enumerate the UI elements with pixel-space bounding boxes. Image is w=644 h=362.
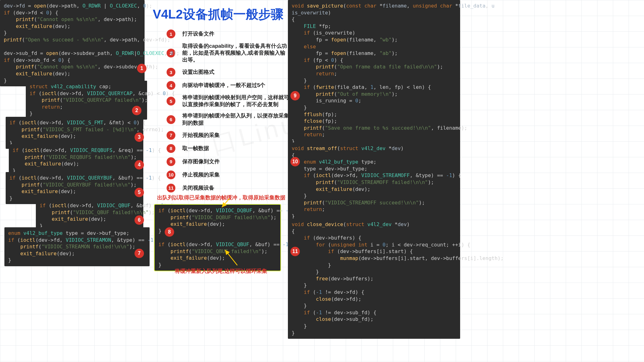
code-badge-8: 8 <box>165 227 174 237</box>
step-1: 1打开设备文件 <box>167 30 289 38</box>
step-num: 10 <box>167 170 175 179</box>
step-text: 取得设备的capability，看看设备具有什么功能，比如是否具有视频输入,或者… <box>182 43 289 63</box>
step-num: 9 <box>167 157 175 166</box>
step-text: 停止视频的采集 <box>182 171 220 178</box>
step-text: 将申请到的帧缓冲映射到用户空间，这样就可以直接操作采集到的帧了，而不必去复制 <box>182 94 289 108</box>
code-badge-11: 11 <box>290 247 300 256</box>
code-querycap: struct v4l2_capability cap; if (ioctl(de… <box>26 81 147 120</box>
step-num: 6 <box>167 115 175 124</box>
code-streamon: enum v4l2_buf_type type = dev->buf_type;… <box>4 227 150 266</box>
step-text: 取一帧数据 <box>182 145 209 152</box>
step-text: 关闭视频设备 <box>182 185 214 192</box>
code-badge-9: 9 <box>290 91 300 100</box>
code-close-device: void close_device(struct v4l2_dev *dev) … <box>288 219 460 339</box>
annotation-dequeue: 出队列以取得已采集数据的帧缓冲，取得原始采集数据 <box>157 194 285 201</box>
step-10: 10停止视频的采集 <box>167 170 289 179</box>
code-badge-4: 4 <box>135 160 144 170</box>
step-num: 8 <box>167 144 175 153</box>
code-dqbuf: if (ioctl(dev->fd, VIDIOC_DQBUF, &buf) =… <box>155 205 280 271</box>
step-num: 7 <box>167 131 175 140</box>
step-6: 6将申请到的帧缓冲全部入队列，以便存放采集到的数据 <box>167 112 289 126</box>
code-badge-6: 6 <box>135 215 144 225</box>
step-3: 3设置出图格式 <box>167 68 289 77</box>
step-text: 开始视频的采集 <box>182 132 220 139</box>
code-badge-3: 3 <box>135 132 144 142</box>
step-num: 4 <box>167 81 175 90</box>
code-badge-10: 10 <box>290 157 300 166</box>
code-badge-5: 5 <box>135 188 144 197</box>
code-open-device: dev->fd = open(dev->path, O_RDWR | O_CLO… <box>0 0 145 86</box>
step-4: 4向驱动申请帧缓冲，一般不超过5个 <box>167 81 289 90</box>
code-badge-1: 1 <box>137 64 146 73</box>
code-save-picture: void save_picture(const char *filename, … <box>288 0 460 147</box>
step-9: 9保存图像到文件 <box>167 157 289 166</box>
step-text: 设置出图格式 <box>182 69 214 76</box>
step-8: 8取一帧数据 <box>167 144 289 153</box>
steps-list: 1打开设备文件 2取得设备的capability，看看设备具有什么功能，比如是否… <box>167 30 289 197</box>
step-11: 11关闭视频设备 <box>167 184 289 192</box>
step-num: 11 <box>167 184 175 192</box>
code-badge-7: 7 <box>135 249 144 258</box>
step-7: 7开始视频的采集 <box>167 131 289 140</box>
step-text: 向驱动申请帧缓冲，一般不超过5个 <box>182 82 265 89</box>
code-stream-off: void stream_off(struct v4l2_dev *dev) { … <box>288 143 460 222</box>
annotation-enqueue: 将缓冲重新入队列尾,这样可以循环采集 <box>175 267 267 275</box>
step-text: 将申请到的帧缓冲全部入队列，以便存放采集到的数据 <box>182 112 289 126</box>
step-2: 2取得设备的capability，看看设备具有什么功能，比如是否具有视频输入,或… <box>167 43 289 63</box>
step-text: 保存图像到文件 <box>182 158 220 165</box>
step-num: 5 <box>167 97 175 105</box>
code-badge-2: 2 <box>132 106 141 115</box>
step-num: 3 <box>167 68 175 77</box>
step-text: 打开设备文件 <box>182 30 214 37</box>
step-5: 5将申请到的帧缓冲映射到用户空间，这样就可以直接操作采集到的帧了，而不必去复制 <box>167 94 289 108</box>
page-title: V4L2设备抓帧一般步骤 <box>153 6 283 23</box>
